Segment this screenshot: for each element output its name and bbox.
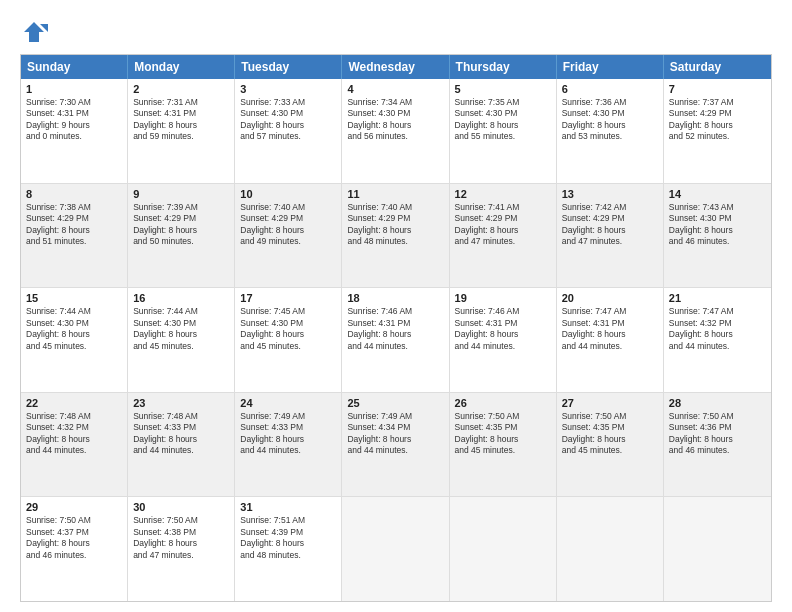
- cell-info: Sunrise: 7:33 AMSunset: 4:30 PMDaylight:…: [240, 97, 336, 143]
- day-number: 9: [133, 188, 229, 200]
- cell-info: Sunrise: 7:49 AMSunset: 4:34 PMDaylight:…: [347, 411, 443, 457]
- calendar-cell-empty-3: [342, 497, 449, 601]
- cell-info: Sunrise: 7:35 AMSunset: 4:30 PMDaylight:…: [455, 97, 551, 143]
- day-number: 18: [347, 292, 443, 304]
- calendar-body: 1Sunrise: 7:30 AMSunset: 4:31 PMDaylight…: [21, 79, 771, 601]
- cell-info: Sunrise: 7:50 AMSunset: 4:35 PMDaylight:…: [562, 411, 658, 457]
- calendar-cell-25: 25Sunrise: 7:49 AMSunset: 4:34 PMDayligh…: [342, 393, 449, 497]
- day-number: 17: [240, 292, 336, 304]
- calendar-cell-26: 26Sunrise: 7:50 AMSunset: 4:35 PMDayligh…: [450, 393, 557, 497]
- calendar-cell-7: 7Sunrise: 7:37 AMSunset: 4:29 PMDaylight…: [664, 79, 771, 183]
- cell-info: Sunrise: 7:47 AMSunset: 4:32 PMDaylight:…: [669, 306, 766, 352]
- logo-icon: [20, 18, 48, 46]
- calendar-cell-31: 31Sunrise: 7:51 AMSunset: 4:39 PMDayligh…: [235, 497, 342, 601]
- cell-info: Sunrise: 7:43 AMSunset: 4:30 PMDaylight:…: [669, 202, 766, 248]
- day-number: 19: [455, 292, 551, 304]
- day-number: 14: [669, 188, 766, 200]
- day-number: 1: [26, 83, 122, 95]
- calendar-cell-17: 17Sunrise: 7:45 AMSunset: 4:30 PMDayligh…: [235, 288, 342, 392]
- calendar-row-3: 15Sunrise: 7:44 AMSunset: 4:30 PMDayligh…: [21, 287, 771, 392]
- calendar-row-1: 1Sunrise: 7:30 AMSunset: 4:31 PMDaylight…: [21, 79, 771, 183]
- cell-info: Sunrise: 7:40 AMSunset: 4:29 PMDaylight:…: [347, 202, 443, 248]
- cell-info: Sunrise: 7:46 AMSunset: 4:31 PMDaylight:…: [455, 306, 551, 352]
- calendar-cell-30: 30Sunrise: 7:50 AMSunset: 4:38 PMDayligh…: [128, 497, 235, 601]
- calendar-cell-4: 4Sunrise: 7:34 AMSunset: 4:30 PMDaylight…: [342, 79, 449, 183]
- cell-info: Sunrise: 7:47 AMSunset: 4:31 PMDaylight:…: [562, 306, 658, 352]
- calendar-cell-15: 15Sunrise: 7:44 AMSunset: 4:30 PMDayligh…: [21, 288, 128, 392]
- cell-info: Sunrise: 7:46 AMSunset: 4:31 PMDaylight:…: [347, 306, 443, 352]
- calendar-cell-21: 21Sunrise: 7:47 AMSunset: 4:32 PMDayligh…: [664, 288, 771, 392]
- header-day-monday: Monday: [128, 55, 235, 79]
- day-number: 25: [347, 397, 443, 409]
- day-number: 11: [347, 188, 443, 200]
- day-number: 10: [240, 188, 336, 200]
- calendar-cell-5: 5Sunrise: 7:35 AMSunset: 4:30 PMDaylight…: [450, 79, 557, 183]
- cell-info: Sunrise: 7:50 AMSunset: 4:38 PMDaylight:…: [133, 515, 229, 561]
- cell-info: Sunrise: 7:36 AMSunset: 4:30 PMDaylight:…: [562, 97, 658, 143]
- day-number: 12: [455, 188, 551, 200]
- day-number: 28: [669, 397, 766, 409]
- day-number: 8: [26, 188, 122, 200]
- day-number: 30: [133, 501, 229, 513]
- calendar-cell-6: 6Sunrise: 7:36 AMSunset: 4:30 PMDaylight…: [557, 79, 664, 183]
- day-number: 2: [133, 83, 229, 95]
- day-number: 26: [455, 397, 551, 409]
- calendar-cell-10: 10Sunrise: 7:40 AMSunset: 4:29 PMDayligh…: [235, 184, 342, 288]
- header-day-wednesday: Wednesday: [342, 55, 449, 79]
- cell-info: Sunrise: 7:50 AMSunset: 4:35 PMDaylight:…: [455, 411, 551, 457]
- header-day-saturday: Saturday: [664, 55, 771, 79]
- cell-info: Sunrise: 7:48 AMSunset: 4:32 PMDaylight:…: [26, 411, 122, 457]
- day-number: 3: [240, 83, 336, 95]
- day-number: 13: [562, 188, 658, 200]
- header-day-tuesday: Tuesday: [235, 55, 342, 79]
- cell-info: Sunrise: 7:37 AMSunset: 4:29 PMDaylight:…: [669, 97, 766, 143]
- day-number: 27: [562, 397, 658, 409]
- cell-info: Sunrise: 7:42 AMSunset: 4:29 PMDaylight:…: [562, 202, 658, 248]
- day-number: 5: [455, 83, 551, 95]
- cell-info: Sunrise: 7:44 AMSunset: 4:30 PMDaylight:…: [26, 306, 122, 352]
- calendar-cell-18: 18Sunrise: 7:46 AMSunset: 4:31 PMDayligh…: [342, 288, 449, 392]
- cell-info: Sunrise: 7:38 AMSunset: 4:29 PMDaylight:…: [26, 202, 122, 248]
- calendar-cell-27: 27Sunrise: 7:50 AMSunset: 4:35 PMDayligh…: [557, 393, 664, 497]
- calendar-cell-9: 9Sunrise: 7:39 AMSunset: 4:29 PMDaylight…: [128, 184, 235, 288]
- logo: [20, 18, 52, 46]
- calendar-row-5: 29Sunrise: 7:50 AMSunset: 4:37 PMDayligh…: [21, 496, 771, 601]
- cell-info: Sunrise: 7:34 AMSunset: 4:30 PMDaylight:…: [347, 97, 443, 143]
- calendar-cell-12: 12Sunrise: 7:41 AMSunset: 4:29 PMDayligh…: [450, 184, 557, 288]
- day-number: 6: [562, 83, 658, 95]
- calendar-cell-3: 3Sunrise: 7:33 AMSunset: 4:30 PMDaylight…: [235, 79, 342, 183]
- cell-info: Sunrise: 7:44 AMSunset: 4:30 PMDaylight:…: [133, 306, 229, 352]
- cell-info: Sunrise: 7:45 AMSunset: 4:30 PMDaylight:…: [240, 306, 336, 352]
- calendar-cell-22: 22Sunrise: 7:48 AMSunset: 4:32 PMDayligh…: [21, 393, 128, 497]
- calendar-cell-23: 23Sunrise: 7:48 AMSunset: 4:33 PMDayligh…: [128, 393, 235, 497]
- header: [20, 18, 772, 46]
- calendar-cell-2: 2Sunrise: 7:31 AMSunset: 4:31 PMDaylight…: [128, 79, 235, 183]
- day-number: 16: [133, 292, 229, 304]
- calendar-cell-11: 11Sunrise: 7:40 AMSunset: 4:29 PMDayligh…: [342, 184, 449, 288]
- cell-info: Sunrise: 7:49 AMSunset: 4:33 PMDaylight:…: [240, 411, 336, 457]
- header-day-sunday: Sunday: [21, 55, 128, 79]
- cell-info: Sunrise: 7:40 AMSunset: 4:29 PMDaylight:…: [240, 202, 336, 248]
- cell-info: Sunrise: 7:51 AMSunset: 4:39 PMDaylight:…: [240, 515, 336, 561]
- cell-info: Sunrise: 7:41 AMSunset: 4:29 PMDaylight:…: [455, 202, 551, 248]
- day-number: 31: [240, 501, 336, 513]
- calendar-cell-24: 24Sunrise: 7:49 AMSunset: 4:33 PMDayligh…: [235, 393, 342, 497]
- cell-info: Sunrise: 7:48 AMSunset: 4:33 PMDaylight:…: [133, 411, 229, 457]
- day-number: 23: [133, 397, 229, 409]
- calendar-cell-20: 20Sunrise: 7:47 AMSunset: 4:31 PMDayligh…: [557, 288, 664, 392]
- day-number: 15: [26, 292, 122, 304]
- page: SundayMondayTuesdayWednesdayThursdayFrid…: [0, 0, 792, 612]
- calendar-cell-13: 13Sunrise: 7:42 AMSunset: 4:29 PMDayligh…: [557, 184, 664, 288]
- calendar-row-2: 8Sunrise: 7:38 AMSunset: 4:29 PMDaylight…: [21, 183, 771, 288]
- calendar-header: SundayMondayTuesdayWednesdayThursdayFrid…: [21, 55, 771, 79]
- cell-info: Sunrise: 7:50 AMSunset: 4:37 PMDaylight:…: [26, 515, 122, 561]
- calendar: SundayMondayTuesdayWednesdayThursdayFrid…: [20, 54, 772, 602]
- calendar-cell-16: 16Sunrise: 7:44 AMSunset: 4:30 PMDayligh…: [128, 288, 235, 392]
- calendar-cell-empty-5: [557, 497, 664, 601]
- header-day-friday: Friday: [557, 55, 664, 79]
- cell-info: Sunrise: 7:30 AMSunset: 4:31 PMDaylight:…: [26, 97, 122, 143]
- header-day-thursday: Thursday: [450, 55, 557, 79]
- day-number: 20: [562, 292, 658, 304]
- calendar-cell-14: 14Sunrise: 7:43 AMSunset: 4:30 PMDayligh…: [664, 184, 771, 288]
- day-number: 29: [26, 501, 122, 513]
